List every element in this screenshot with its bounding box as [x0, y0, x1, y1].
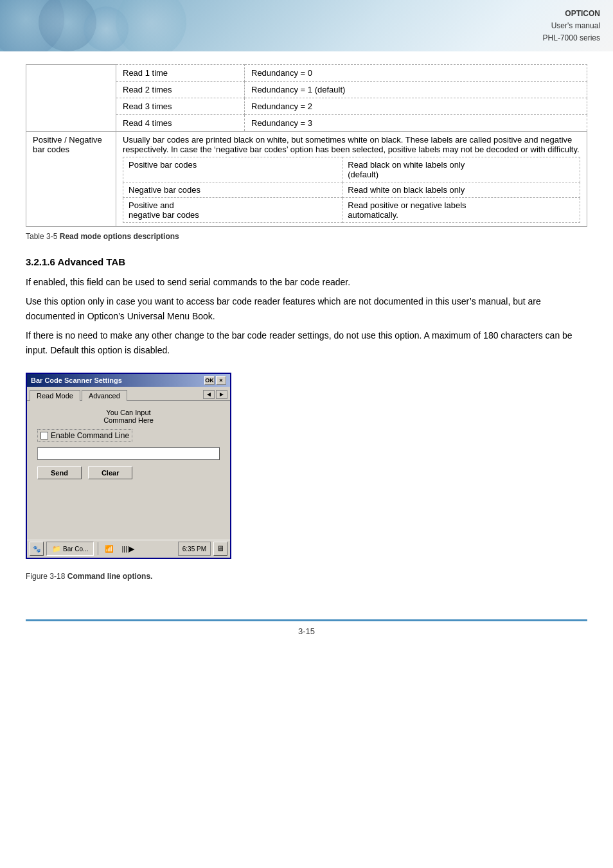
- sub-cell-negative-label: Negative bar codes: [123, 182, 342, 198]
- section-para-1: If enabled, this field can be used to se…: [26, 275, 587, 289]
- table-cell-read4times: Read 4 times: [116, 115, 245, 132]
- taskbar-task[interactable]: 📁 Bar Co...: [46, 542, 94, 556]
- main-content: Read 1 time Redundancy = 0 Read 2 times …: [0, 51, 613, 619]
- page-number: 3-15: [298, 626, 315, 636]
- dialog-title: Bar Code Scanner Settings: [31, 376, 122, 384]
- page-footer: 3-15: [26, 619, 587, 641]
- header-branding: OPTICON User's manual PHL-7000 series: [543, 8, 600, 45]
- send-button[interactable]: Send: [37, 466, 82, 479]
- table-cell-redundancy3: Redundancy = 3: [245, 115, 587, 132]
- dialog-tabs: Read Mode Advanced ◄ ►: [27, 387, 230, 401]
- manual-label: User's manual: [543, 20, 600, 32]
- taskbar-task-label: Bar Co...: [63, 545, 88, 553]
- close-titlebar-button[interactable]: ×: [216, 376, 226, 385]
- taskbar-folder-icon: 📁: [52, 545, 61, 553]
- table-cell-posneg-desc: Usually bar codes are printed black on w…: [116, 132, 587, 227]
- sub-cell-both-value: Read positive or negative labelsautomati…: [342, 198, 580, 223]
- clock-time: 6:35 PM: [182, 545, 206, 553]
- table-cell-read1time: Read 1 time: [116, 65, 245, 82]
- series-label: PHL-7000 series: [543, 32, 600, 44]
- page-header: OPTICON User's manual PHL-7000 series: [0, 0, 613, 51]
- table-cell-read2times: Read 2 times: [116, 82, 245, 98]
- dialog-hint: You Can Input Command Here: [37, 409, 220, 424]
- sub-cell-positive-label: Positive bar codes: [123, 157, 342, 182]
- nav-prev-button[interactable]: ◄: [203, 390, 215, 399]
- table-empty-cell: [26, 65, 116, 132]
- taskbar-separator: [98, 542, 98, 555]
- table-row: Read 1 time Redundancy = 0: [26, 65, 587, 82]
- header-decoration: [0, 0, 613, 51]
- table-cell-read3times: Read 3 times: [116, 98, 245, 115]
- section-heading: 3.2.1.6 Advanced TAB: [26, 256, 587, 267]
- start-button[interactable]: 🐾: [30, 542, 44, 556]
- dialog-empty-area: [37, 479, 220, 531]
- ok-titlebar-button[interactable]: OK: [204, 376, 215, 385]
- dialog-window: Bar Code Scanner Settings OK × Read Mode…: [26, 373, 231, 559]
- taskbar-bars-icon: ||||▶: [119, 544, 136, 554]
- command-input[interactable]: [37, 447, 220, 460]
- table-cell-redundancy0: Redundancy = 0: [245, 65, 587, 82]
- figure-caption: Figure 3-18 Command line options.: [26, 572, 587, 581]
- sub-cell-both-label: Positive andnegative bar codes: [123, 198, 342, 223]
- section-para-2: Use this option only in case you want to…: [26, 294, 587, 323]
- dialog-action-buttons: Send Clear: [37, 466, 220, 479]
- read-mode-table: Read 1 time Redundancy = 0 Read 2 times …: [26, 64, 587, 227]
- table-caption: Table 3-5 Read mode options descriptions: [26, 232, 587, 241]
- enable-command-checkbox-row[interactable]: Enable Command Line: [37, 429, 132, 442]
- nav-next-button[interactable]: ►: [216, 390, 227, 399]
- taskbar-clock: 6:35 PM: [178, 542, 211, 556]
- tab-advanced[interactable]: Advanced: [82, 390, 127, 401]
- sub-cell-positive-value: Read black on white labels only(default): [342, 157, 580, 182]
- tab-read-mode[interactable]: Read Mode: [30, 390, 80, 401]
- dialog-screenshot: Bar Code Scanner Settings OK × Read Mode…: [26, 373, 231, 559]
- enable-command-label: Enable Command Line: [51, 431, 129, 440]
- brand-name: OPTICON: [543, 8, 600, 20]
- clear-button[interactable]: Clear: [88, 466, 133, 479]
- enable-command-checkbox[interactable]: [40, 432, 48, 439]
- dialog-body: You Can Input Command Here Enable Comman…: [27, 401, 230, 538]
- table-row-posneg: Positive / Negativebar codes Usually bar…: [26, 132, 587, 227]
- start-icon: 🐾: [33, 545, 40, 553]
- table-cell-redundancy1: Redundancy = 1 (default): [245, 82, 587, 98]
- sub-cell-negative-value: Read white on black labels only: [342, 182, 580, 198]
- dialog-titlebar: Bar Code Scanner Settings OK ×: [27, 374, 230, 387]
- taskbar-signal-icon: 📶: [102, 544, 116, 554]
- section-para-3: If there is no need to make any other ch…: [26, 328, 587, 357]
- taskbar-end-button[interactable]: 🖥: [213, 542, 227, 556]
- titlebar-buttons: OK ×: [204, 376, 226, 385]
- taskbar: 🐾 📁 Bar Co... 📶 ||||▶ 6:35 PM 🖥: [27, 540, 230, 558]
- table-cell-posneg-label: Positive / Negativebar codes: [26, 132, 116, 227]
- table-cell-redundancy2: Redundancy = 2: [245, 98, 587, 115]
